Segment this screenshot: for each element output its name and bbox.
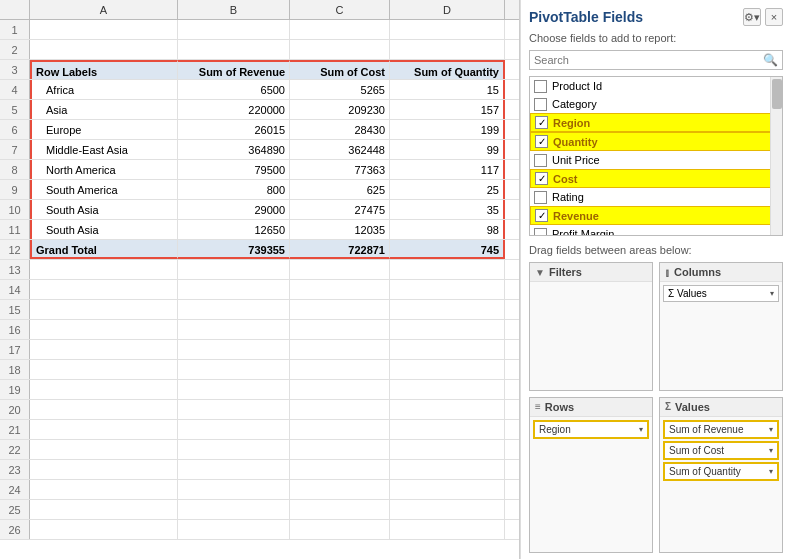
table-cell[interactable]	[30, 360, 178, 379]
table-cell[interactable]: 625	[290, 180, 390, 199]
table-row[interactable]: 26	[0, 520, 519, 540]
table-cell[interactable]	[178, 260, 290, 279]
table-row[interactable]: 17	[0, 340, 519, 360]
col-header-a[interactable]: A	[30, 0, 178, 19]
table-row[interactable]: 4Africa6500526515	[0, 80, 519, 100]
table-cell[interactable]: 745	[390, 240, 505, 259]
revenue-chip-dropdown[interactable]: ▾	[769, 425, 773, 434]
list-item[interactable]: Product Id	[530, 77, 782, 95]
col-header-c[interactable]: C	[290, 0, 390, 19]
filters-area[interactable]: ▼ Filters	[529, 262, 653, 391]
table-cell[interactable]	[390, 320, 505, 339]
table-cell[interactable]	[178, 500, 290, 519]
table-row[interactable]: 13	[0, 260, 519, 280]
table-cell[interactable]	[178, 420, 290, 439]
list-item[interactable]: Cost	[530, 169, 782, 188]
table-cell[interactable]	[290, 340, 390, 359]
table-row[interactable]: 9South America80062525	[0, 180, 519, 200]
table-cell[interactable]	[390, 400, 505, 419]
table-cell[interactable]	[390, 340, 505, 359]
table-row[interactable]: 23	[0, 460, 519, 480]
table-cell[interactable]	[390, 460, 505, 479]
field-checkbox[interactable]	[535, 209, 548, 222]
table-row[interactable]: 8North America7950077363117	[0, 160, 519, 180]
table-cell[interactable]: Africa	[30, 80, 178, 99]
table-cell[interactable]: Grand Total	[30, 240, 178, 259]
table-cell[interactable]	[390, 360, 505, 379]
table-cell[interactable]: 199	[390, 120, 505, 139]
table-cell[interactable]	[290, 260, 390, 279]
table-cell[interactable]: Europe	[30, 120, 178, 139]
table-cell[interactable]	[178, 520, 290, 539]
table-cell[interactable]	[290, 500, 390, 519]
table-cell[interactable]: 5265	[290, 80, 390, 99]
list-item[interactable]: Profit Margin	[530, 225, 782, 236]
field-checkbox[interactable]	[534, 80, 547, 93]
table-cell[interactable]: 6500	[178, 80, 290, 99]
table-cell[interactable]	[30, 320, 178, 339]
table-cell[interactable]: 209230	[290, 100, 390, 119]
table-cell[interactable]: 99	[390, 140, 505, 159]
table-cell[interactable]	[30, 20, 178, 39]
table-cell[interactable]: 12650	[178, 220, 290, 239]
table-cell[interactable]: 79500	[178, 160, 290, 179]
rows-chip-dropdown-icon[interactable]: ▾	[639, 425, 643, 434]
table-cell[interactable]	[290, 360, 390, 379]
table-cell[interactable]	[178, 360, 290, 379]
table-cell[interactable]	[30, 460, 178, 479]
table-cell[interactable]	[30, 40, 178, 59]
table-cell[interactable]: South Asia	[30, 200, 178, 219]
table-cell[interactable]	[290, 20, 390, 39]
table-cell[interactable]	[390, 500, 505, 519]
table-row[interactable]: 21	[0, 420, 519, 440]
search-input[interactable]	[534, 54, 763, 66]
table-cell[interactable]	[390, 260, 505, 279]
list-item[interactable]: Rating	[530, 188, 782, 206]
quantity-chip-dropdown[interactable]: ▾	[769, 467, 773, 476]
table-row[interactable]: 6Europe2601528430199	[0, 120, 519, 140]
values-quantity-chip[interactable]: Sum of Quantity ▾	[663, 462, 779, 481]
table-row[interactable]: 3Row LabelsSum of RevenueSum of CostSum …	[0, 60, 519, 80]
table-cell[interactable]	[178, 340, 290, 359]
table-cell[interactable]	[30, 340, 178, 359]
table-cell[interactable]	[390, 40, 505, 59]
table-row[interactable]: 11South Asia126501203598	[0, 220, 519, 240]
search-box[interactable]: 🔍	[529, 50, 783, 70]
table-cell[interactable]: Row Labels	[30, 60, 178, 79]
columns-chip-dropdown-icon[interactable]: ▾	[770, 289, 774, 298]
list-item[interactable]: Unit Price	[530, 151, 782, 169]
table-row[interactable]: 25	[0, 500, 519, 520]
table-cell[interactable]: 220000	[178, 100, 290, 119]
table-cell[interactable]	[30, 520, 178, 539]
fields-list[interactable]: Product IdCategoryRegionQuantityUnit Pri…	[529, 76, 783, 236]
field-checkbox[interactable]	[534, 228, 547, 237]
field-checkbox[interactable]	[535, 116, 548, 129]
table-cell[interactable]	[30, 380, 178, 399]
table-cell[interactable]	[30, 300, 178, 319]
values-area[interactable]: Σ Values Sum of Revenue ▾ Sum of Cost ▾ …	[659, 397, 783, 554]
values-revenue-chip[interactable]: Sum of Revenue ▾	[663, 420, 779, 439]
field-checkbox[interactable]	[534, 98, 547, 111]
table-cell[interactable]: 157	[390, 100, 505, 119]
table-cell[interactable]: 29000	[178, 200, 290, 219]
table-row[interactable]: 18	[0, 360, 519, 380]
table-cell[interactable]	[178, 440, 290, 459]
table-row[interactable]: 10South Asia290002747535	[0, 200, 519, 220]
table-cell[interactable]: South America	[30, 180, 178, 199]
table-cell[interactable]: Asia	[30, 100, 178, 119]
field-checkbox[interactable]	[535, 172, 548, 185]
table-cell[interactable]: 77363	[290, 160, 390, 179]
table-cell[interactable]	[178, 320, 290, 339]
table-cell[interactable]: 362448	[290, 140, 390, 159]
table-cell[interactable]: 27475	[290, 200, 390, 219]
table-cell[interactable]	[290, 280, 390, 299]
table-cell[interactable]	[390, 420, 505, 439]
table-cell[interactable]	[30, 280, 178, 299]
columns-area[interactable]: ⫿ Columns Σ Values ▾	[659, 262, 783, 391]
values-cost-chip[interactable]: Sum of Cost ▾	[663, 441, 779, 460]
table-cell[interactable]	[390, 380, 505, 399]
table-cell[interactable]	[30, 500, 178, 519]
table-cell[interactable]: 98	[390, 220, 505, 239]
table-cell[interactable]	[290, 480, 390, 499]
table-cell[interactable]	[290, 520, 390, 539]
